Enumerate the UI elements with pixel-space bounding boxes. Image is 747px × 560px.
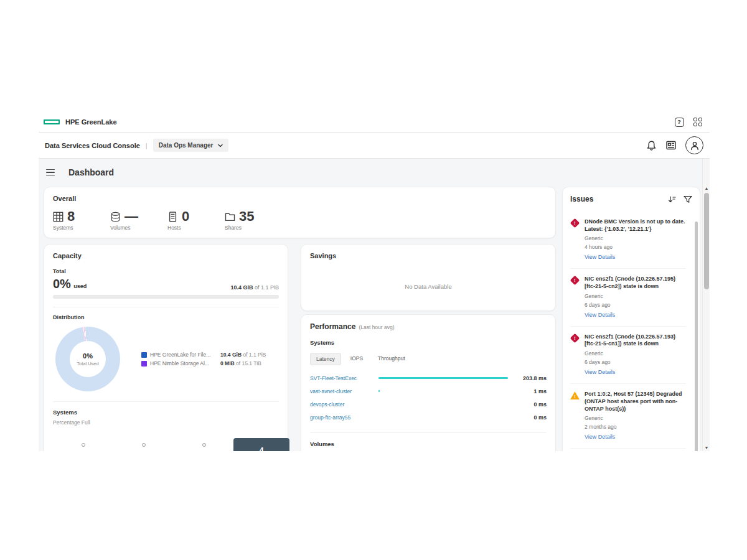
performance-row: SVT-Fleet-TestExec 203.8 ms [310, 375, 547, 381]
menu-hamburger-icon[interactable] [46, 169, 55, 176]
scrollbar-thumb[interactable] [704, 193, 709, 289]
stat-value: — [125, 210, 138, 223]
scrollbar-up-arrow[interactable]: ▲ [703, 186, 710, 190]
tab-latency[interactable]: Latency [310, 353, 341, 365]
issue-item: ! NIC ens2f1 (Cnode (10.226.57.193) [ftc… [570, 334, 686, 384]
stat-label: Volumes [110, 225, 140, 231]
console-header: Data Services Cloud Console | Data Ops M… [39, 133, 710, 159]
filter-funnel-icon[interactable] [684, 195, 692, 203]
issues-list: ! DNode BMC Version is not up to date. L… [570, 218, 692, 451]
overall-card: Overall 8 Systems — Volumes [44, 187, 556, 238]
user-avatar[interactable] [685, 136, 703, 154]
divider [53, 401, 279, 402]
capacity-systems-label: Systems [53, 409, 279, 416]
sort-icon[interactable] [668, 195, 676, 203]
brand-name: HPE GreenLake [65, 118, 117, 126]
issue-item: ! DNode BMC Version is not up to date. L… [570, 218, 686, 269]
percentage-full-axis-label: Percentage Full [53, 419, 279, 426]
performance-card: Performance (Last hour avg) Systems Late… [301, 314, 556, 451]
system-link[interactable]: vast-avnet-cluster [310, 388, 375, 394]
latency-value: 203.8 ms [514, 375, 547, 381]
stat-shares: 35 Shares [225, 210, 255, 231]
performance-row: vast-avnet-cluster 1 ms [310, 388, 547, 394]
news-feed-icon[interactable] [665, 140, 677, 151]
legend-item: HPE GreenLake for File... 10.4 GiB of 1.… [141, 352, 266, 358]
issue-category: Generic [585, 235, 686, 241]
page-bar: Dashboard [39, 159, 710, 177]
chart-point[interactable] [142, 443, 146, 447]
volumes-section-label: Volumes [310, 441, 547, 447]
scrollbar-down-arrow[interactable]: ▼ [703, 446, 710, 450]
system-link[interactable]: devops-cluster [310, 401, 375, 408]
app-selector-label: Data Ops Manager [159, 142, 214, 149]
divider [310, 432, 547, 433]
issues-panel: Issues ! DNode BMC Version is not up to … [562, 187, 700, 451]
header-separator: | [146, 142, 148, 149]
app-selector-dropdown[interactable]: Data Ops Manager [153, 139, 228, 152]
performance-rows: SVT-Fleet-TestExec 203.8 ms vast-avnet-c… [310, 375, 547, 420]
tab-throughput[interactable]: Throughput [372, 353, 410, 365]
savings-card: Savings No Data Available [301, 244, 556, 311]
issue-category: Generic [585, 350, 686, 357]
stat-value: 0 [182, 210, 189, 223]
app-window: HPE GreenLake ? Data Services Cloud Cons… [39, 112, 710, 451]
stat-value: 35 [239, 210, 254, 223]
console-title: Data Services Cloud Console [45, 142, 140, 149]
notifications-bell-icon[interactable] [646, 140, 657, 151]
view-details-link[interactable]: View Details [585, 254, 615, 260]
performance-row: group-ftc-array55 0 ms [310, 414, 547, 420]
issues-scrollbar-thumb[interactable] [695, 222, 698, 451]
issue-time: 4 hours ago [585, 244, 686, 250]
overall-title: Overall [53, 195, 547, 202]
latency-value: 0 ms [514, 401, 547, 408]
help-icon[interactable]: ? [675, 118, 684, 127]
capacity-amount: 10.4 GiB of 1.1 PiB [230, 284, 279, 291]
issue-time: 6 days ago [585, 302, 686, 308]
performance-row: devops-cluster 0 ms [310, 401, 547, 407]
critical-severity-icon: ! [570, 218, 580, 228]
view-details-link[interactable]: View Details [585, 312, 615, 318]
legend-swatch [141, 352, 147, 358]
chart-point[interactable] [202, 443, 206, 447]
view-details-link[interactable]: View Details [585, 369, 615, 375]
capacity-donut-chart: 0% Total Used [55, 327, 120, 391]
main-content: Dashboard Overall 8 Systems — [39, 159, 710, 451]
warning-severity-icon: ! [570, 391, 580, 399]
issue-time: 2 months ago [585, 424, 686, 430]
person-icon [689, 140, 700, 151]
distribution-label: Distribution [53, 314, 279, 320]
view-details-link[interactable]: View Details [585, 434, 615, 440]
chart-tooltip: 4 [233, 438, 289, 451]
brand[interactable]: HPE GreenLake [44, 118, 117, 126]
stat-systems: 8 Systems [53, 210, 83, 231]
systems-mini-chart: 4 [53, 427, 279, 451]
chart-point[interactable] [82, 443, 85, 447]
hosts-icon [167, 212, 178, 222]
performance-systems-label: Systems [310, 339, 547, 346]
system-link[interactable]: SVT-Fleet-TestExec [310, 375, 375, 381]
stat-hosts: 0 Hosts [167, 210, 197, 231]
donut-center: 0% Total Used [70, 341, 106, 377]
stat-value: 8 [67, 210, 75, 223]
hpe-logo-icon [44, 119, 60, 124]
savings-title: Savings [310, 252, 547, 259]
system-link[interactable]: group-ftc-array55 [310, 414, 375, 421]
issue-title: DNode BMC Version is not up to date. Lat… [585, 218, 686, 233]
latency-bar [378, 390, 380, 392]
issue-category: Generic [585, 415, 686, 421]
critical-severity-icon: ! [570, 276, 580, 286]
page-scrollbar[interactable]: ▲ ▼ [702, 159, 710, 451]
capacity-title: Capacity [53, 252, 279, 259]
tab-iops[interactable]: IOPS [345, 353, 369, 365]
apps-grid-icon[interactable] [693, 118, 703, 127]
performance-title: Performance [310, 322, 355, 331]
divider [53, 307, 279, 307]
issues-scrollbar[interactable] [695, 222, 698, 451]
capacity-progress-bar [53, 295, 279, 299]
donut-legend: HPE GreenLake for File... 10.4 GiB of 1.… [141, 352, 266, 366]
top-header: HPE GreenLake ? [39, 112, 710, 133]
capacity-card: Capacity Total 0% used 10.4 GiB of 1.1 P… [44, 244, 288, 451]
issue-title: NIC ens2f1 (Cnode (10.226.57.193) [ftc-2… [585, 334, 686, 348]
legend-swatch [141, 361, 147, 366]
critical-severity-icon: ! [570, 333, 580, 343]
